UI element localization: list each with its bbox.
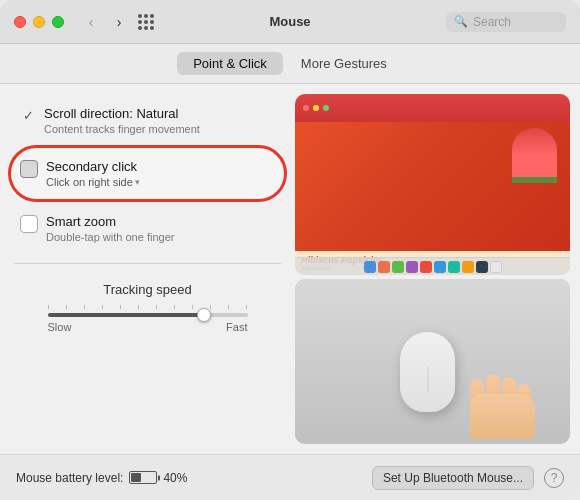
preview-top: Hibiscus Popsicles Ingredients — [295, 94, 570, 275]
bottom-bar: Mouse battery level: 40% Set Up Bluetoot… — [0, 454, 580, 500]
search-placeholder: Search — [473, 15, 511, 29]
tick-mark — [174, 305, 175, 309]
tick-mark — [102, 305, 103, 309]
mag-dots — [303, 105, 329, 111]
scroll-direction-text: Scroll direction: Natural Content tracks… — [44, 106, 200, 135]
grid-dot — [138, 20, 142, 24]
tab-more-gestures[interactable]: More Gestures — [285, 52, 403, 75]
slider-labels: Slow Fast — [48, 321, 248, 333]
secondary-click-checkbox[interactable] — [20, 160, 38, 178]
grid-dot — [144, 20, 148, 24]
smart-zoom-checkbox[interactable] — [20, 215, 38, 233]
dock-icon — [448, 261, 460, 273]
window-title: Mouse — [269, 14, 310, 29]
grid-dot — [144, 14, 148, 18]
scroll-direction-subtitle: Content tracks finger movement — [44, 123, 200, 135]
forward-button[interactable]: › — [108, 11, 130, 33]
preview-top-inner: Hibiscus Popsicles Ingredients — [295, 94, 570, 275]
secondary-click-dropdown[interactable]: Click on right side ▾ — [46, 176, 140, 188]
mouse-line — [427, 367, 428, 392]
dock-icon — [476, 261, 488, 273]
scroll-direction-check: ✓ — [20, 107, 36, 123]
bottom-right: Set Up Bluetooth Mouse... ? — [372, 466, 564, 490]
search-area[interactable]: 🔍 Search — [446, 12, 566, 32]
secondary-click-text: Secondary click Click on right side ▾ — [46, 159, 140, 188]
secondary-click-title: Secondary click — [46, 159, 140, 174]
dock-icon — [420, 261, 432, 273]
tab-point-click[interactable]: Point & Click — [177, 52, 283, 75]
grid-dot — [150, 26, 154, 30]
scroll-direction-title: Scroll direction: Natural — [44, 106, 200, 121]
tick-mark — [48, 305, 49, 309]
help-button[interactable]: ? — [544, 468, 564, 488]
tracking-label: Tracking speed — [103, 282, 191, 297]
main-window: ‹ › Mouse 🔍 Search Point & Click More Ge… — [0, 0, 580, 500]
dock-icon — [364, 261, 376, 273]
mag-content: Hibiscus Popsicles Ingredients — [295, 122, 570, 275]
tick-mark — [192, 305, 193, 309]
back-button[interactable]: ‹ — [80, 11, 102, 33]
tick-mark — [228, 305, 229, 309]
minimize-button[interactable] — [33, 16, 45, 28]
left-panel: ✓ Scroll direction: Natural Content trac… — [0, 84, 295, 454]
tick-mark — [210, 305, 211, 309]
bluetooth-setup-button[interactable]: Set Up Bluetooth Mouse... — [372, 466, 534, 490]
smart-zoom-title: Smart zoom — [46, 214, 174, 229]
mouse-shape — [400, 332, 455, 412]
fast-label: Fast — [226, 321, 247, 333]
dock-icon — [490, 261, 502, 273]
traffic-lights — [14, 16, 64, 28]
battery-percent: 40% — [163, 471, 187, 485]
grid-dot — [150, 20, 154, 24]
slow-label: Slow — [48, 321, 72, 333]
mag-dot-green — [323, 105, 329, 111]
mac-dock — [295, 257, 570, 275]
smart-zoom-subtitle: Double-tap with one finger — [46, 231, 174, 243]
dock-icon — [378, 261, 390, 273]
dock-icon — [434, 261, 446, 273]
dock-icon — [392, 261, 404, 273]
watermelon-rind — [512, 177, 557, 183]
smart-zoom-text: Smart zoom Double-tap with one finger — [46, 214, 174, 243]
tracking-slider-container: Slow Fast — [48, 305, 248, 333]
tick-mark — [120, 305, 121, 309]
tracking-section: Tracking speed — [14, 274, 281, 341]
battery-section: Mouse battery level: 40% — [16, 471, 187, 485]
tick-mark — [246, 305, 247, 309]
secondary-click-option[interactable]: Secondary click Click on right side ▾ — [14, 149, 281, 198]
tick-mark — [156, 305, 157, 309]
mag-dot-yellow — [313, 105, 319, 111]
maximize-button[interactable] — [52, 16, 64, 28]
nav-buttons: ‹ › — [80, 11, 130, 33]
mag-header — [295, 94, 570, 122]
watermelon-image — [512, 128, 562, 183]
scroll-direction-option[interactable]: ✓ Scroll direction: Natural Content trac… — [14, 96, 281, 145]
hand-mouse-visual — [295, 279, 570, 444]
secondary-click-dropdown-label: Click on right side — [46, 176, 133, 188]
search-icon: 🔍 — [454, 15, 468, 28]
mag-dot-red — [303, 105, 309, 111]
battery-icon — [129, 471, 157, 484]
content-area: ✓ Scroll direction: Natural Content trac… — [0, 84, 580, 454]
grid-icon[interactable] — [138, 14, 154, 30]
grid-dot — [144, 26, 148, 30]
right-panel: Hibiscus Popsicles Ingredients — [295, 84, 580, 454]
grid-dot — [138, 14, 142, 18]
battery-label: Mouse battery level: — [16, 471, 123, 485]
divider — [14, 263, 281, 264]
tabs-bar: Point & Click More Gestures — [0, 44, 580, 84]
close-button[interactable] — [14, 16, 26, 28]
grid-dot — [138, 26, 142, 30]
titlebar: ‹ › Mouse 🔍 Search — [0, 0, 580, 44]
hand-palm — [470, 394, 535, 439]
slider-thumb[interactable] — [197, 308, 211, 322]
mag-image-area — [295, 122, 570, 251]
preview-bottom — [295, 279, 570, 444]
smart-zoom-option[interactable]: Smart zoom Double-tap with one finger — [14, 204, 281, 253]
tick-mark — [66, 305, 67, 309]
tracking-slider[interactable] — [48, 313, 248, 317]
dropdown-arrow-icon: ▾ — [135, 177, 140, 187]
slider-fill — [48, 313, 208, 317]
tick-mark — [138, 305, 139, 309]
tick-mark — [84, 305, 85, 309]
